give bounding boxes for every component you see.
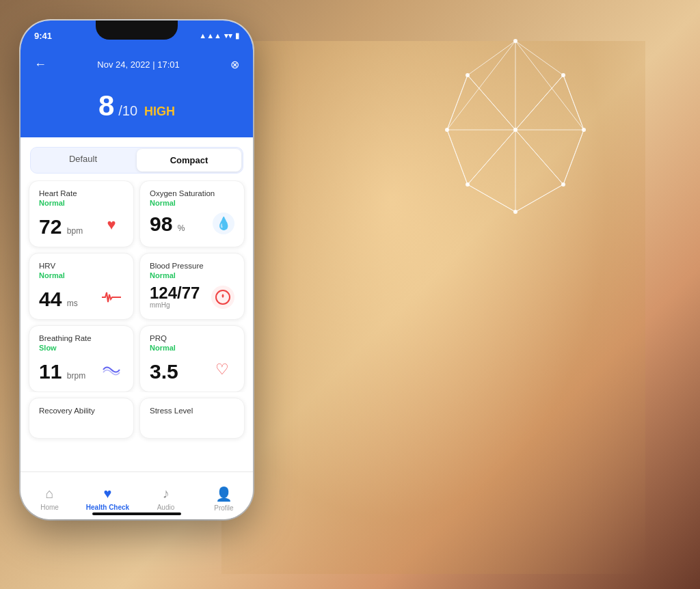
recovery-ability-label: Recovery Ability bbox=[39, 407, 124, 415]
oxygen-saturation-card[interactable]: Oxygen Saturation Normal 98 % 💧 bbox=[139, 180, 245, 247]
phone-screen: 9:41 ▲▲▲ ▾▾ ▮ ← Nov 24, 2022 | 17:01 ⊗ 8… bbox=[21, 20, 253, 519]
heart-rate-status: Normal bbox=[39, 199, 124, 207]
svg-point-19 bbox=[582, 128, 586, 132]
nav-profile-label: Profile bbox=[214, 504, 233, 512]
profile-icon: 👤 bbox=[215, 486, 232, 502]
breathing-rate-unit: brpm bbox=[67, 371, 85, 381]
hrv-card[interactable]: HRV Normal 44 ms bbox=[29, 253, 134, 320]
svg-point-25 bbox=[513, 128, 517, 132]
svg-point-18 bbox=[561, 73, 565, 77]
breathing-rate-value-container: 11 brpm bbox=[39, 361, 85, 382]
svg-point-17 bbox=[513, 39, 517, 43]
face-mesh-overlay bbox=[372, 20, 659, 307]
oxygen-saturation-status: Normal bbox=[150, 199, 234, 207]
blood-pressure-value-row: 124/77 mmHg bbox=[150, 285, 234, 309]
nav-audio[interactable]: ♪ Audio bbox=[137, 480, 195, 511]
svg-line-16 bbox=[468, 130, 515, 184]
stress-level-card[interactable]: Stress Level bbox=[139, 398, 245, 439]
oxygen-saturation-unit: % bbox=[178, 223, 185, 233]
prq-card[interactable]: PRQ Normal 3.5 ♡ bbox=[139, 325, 245, 392]
home-icon: ⌂ bbox=[45, 486, 53, 502]
blood-pressure-unit: mmHg bbox=[150, 301, 200, 309]
wifi-icon: ▾▾ bbox=[224, 31, 232, 40]
hrv-label: HRV bbox=[39, 262, 124, 270]
hrv-value-container: 44 ms bbox=[39, 289, 78, 310]
nav-audio-label: Audio bbox=[157, 504, 175, 511]
oxygen-saturation-value-container: 98 % bbox=[150, 214, 185, 234]
score-display: 8 /10 HIGH bbox=[34, 90, 239, 122]
blood-pressure-value-container: 124/77 mmHg bbox=[150, 285, 200, 309]
prq-label: PRQ bbox=[150, 334, 234, 342]
score-section: 8 /10 HIGH bbox=[21, 84, 253, 137]
svg-line-12 bbox=[468, 184, 515, 212]
stress-level-label: Stress Level bbox=[150, 407, 234, 415]
nav-home[interactable]: ⌂ Home bbox=[21, 480, 79, 511]
oxygen-saturation-value: 98 bbox=[150, 213, 172, 235]
battery-icon: ▮ bbox=[235, 31, 239, 40]
breathing-rate-card[interactable]: Breathing Rate Slow 11 brpm bbox=[29, 325, 134, 392]
hrv-value-row: 44 ms bbox=[39, 285, 124, 310]
oxygen-icon: 💧 bbox=[213, 213, 234, 234]
prq-status: Normal bbox=[150, 344, 234, 352]
recovery-ability-card[interactable]: Recovery Ability bbox=[29, 398, 134, 439]
view-toggle[interactable]: Default Compact bbox=[30, 147, 243, 174]
svg-line-9 bbox=[563, 130, 584, 184]
default-toggle-btn[interactable]: Default bbox=[31, 148, 135, 173]
metrics-grid: Heart Rate Normal 72 bpm ♥ Oxygen Satura… bbox=[21, 180, 253, 392]
prq-value: 3.5 bbox=[150, 360, 178, 383]
bottom-navigation: ⌂ Home ♥ Health Check ♪ Audio 👤 Profile bbox=[21, 471, 253, 519]
partial-metrics-row: Recovery Ability Stress Level bbox=[21, 398, 253, 439]
blood-pressure-status: Normal bbox=[150, 271, 234, 279]
phone-mockup: 9:41 ▲▲▲ ▾▾ ▮ ← Nov 24, 2022 | 17:01 ⊗ 8… bbox=[21, 20, 253, 519]
breathing-rate-value: 11 bbox=[39, 360, 62, 383]
nav-health-check-label: Health Check bbox=[86, 504, 129, 511]
prq-value-container: 3.5 bbox=[150, 361, 178, 382]
heart-rate-unit: bpm bbox=[67, 226, 83, 236]
health-check-icon: ♥ bbox=[104, 486, 112, 502]
nav-profile[interactable]: 👤 Profile bbox=[195, 480, 253, 512]
signal-icon: ▲▲▲ bbox=[199, 31, 221, 40]
breathing-rate-value-row: 11 brpm bbox=[39, 357, 124, 382]
svg-point-24 bbox=[466, 73, 470, 77]
svg-line-15 bbox=[515, 130, 563, 184]
breathing-rate-status: Slow bbox=[39, 344, 124, 352]
svg-line-13 bbox=[515, 75, 563, 130]
breathing-rate-label: Breathing Rate bbox=[39, 334, 124, 342]
compact-toggle-btn[interactable]: Compact bbox=[137, 149, 241, 172]
score-label: HIGH bbox=[144, 105, 175, 119]
heart-rate-card[interactable]: Heart Rate Normal 72 bpm ♥ bbox=[29, 180, 134, 247]
heart-rate-value-container: 72 bpm bbox=[39, 217, 83, 237]
hrv-icon bbox=[99, 285, 124, 310]
header-title: Nov 24, 2022 | 17:01 bbox=[46, 59, 230, 70]
blood-pressure-label: Blood Pressure bbox=[150, 262, 234, 270]
blood-pressure-value: 124/77 bbox=[150, 285, 200, 301]
back-button[interactable]: ← bbox=[34, 57, 46, 72]
status-icons: ▲▲▲ ▾▾ ▮ bbox=[199, 31, 239, 40]
heart-rate-label: Heart Rate bbox=[39, 189, 124, 197]
heart-icon: ♥ bbox=[99, 213, 124, 237]
svg-line-5 bbox=[515, 41, 584, 130]
svg-line-10 bbox=[447, 130, 468, 184]
share-button[interactable]: ⊗ bbox=[230, 58, 239, 71]
heart-rate-value-row: 72 bpm ♥ bbox=[39, 213, 124, 237]
nav-home-indicator bbox=[92, 512, 181, 515]
app-header: ← Nov 24, 2022 | 17:01 ⊗ bbox=[21, 51, 253, 84]
svg-line-14 bbox=[468, 75, 515, 130]
nav-health-check[interactable]: ♥ Health Check bbox=[79, 480, 137, 511]
blood-pressure-icon bbox=[211, 286, 234, 309]
status-time: 9:41 bbox=[34, 31, 52, 41]
prq-icon: ♡ bbox=[210, 357, 234, 382]
svg-point-21 bbox=[513, 210, 517, 214]
audio-icon: ♪ bbox=[163, 486, 170, 502]
oxygen-saturation-label: Oxygen Saturation bbox=[150, 189, 234, 197]
phone-notch bbox=[96, 20, 178, 40]
hrv-value: 44 bbox=[39, 288, 62, 310]
prq-value-row: 3.5 ♡ bbox=[150, 357, 234, 382]
breathing-icon bbox=[99, 357, 124, 382]
svg-point-22 bbox=[466, 182, 470, 187]
svg-point-23 bbox=[445, 128, 449, 132]
blood-pressure-card[interactable]: Blood Pressure Normal 124/77 mmHg bbox=[139, 253, 245, 320]
score-number: 8 bbox=[98, 90, 114, 122]
svg-line-7 bbox=[563, 75, 584, 130]
heart-rate-value: 72 bbox=[39, 215, 62, 238]
